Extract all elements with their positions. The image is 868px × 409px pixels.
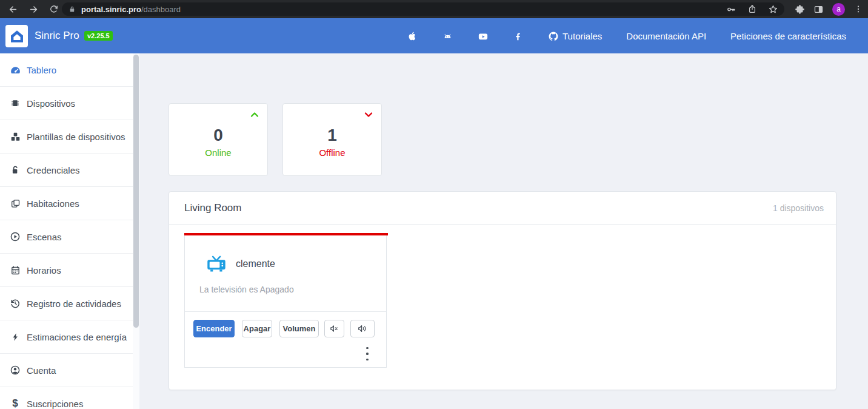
sidebar-item-dispositivos[interactable]: Dispositivos bbox=[0, 87, 133, 120]
browser-menu-icon[interactable] bbox=[853, 4, 863, 14]
room-panel-header: Living Room 1 dispositivos bbox=[169, 192, 836, 225]
device-controls: Encender Apagar Volumen bbox=[185, 311, 386, 367]
lock-open-icon bbox=[9, 164, 21, 176]
room-device-count: 1 dispositivos bbox=[773, 203, 824, 213]
nav-tutoriales[interactable]: Tutoriales bbox=[563, 31, 602, 41]
url-bar[interactable]: portal.sinric.pro/dashboard bbox=[62, 2, 784, 16]
reload-button[interactable] bbox=[46, 1, 62, 17]
clone-icon bbox=[9, 197, 21, 209]
chevron-up-icon bbox=[250, 111, 259, 118]
sidebar-item-label: Escenas bbox=[27, 232, 62, 242]
online-stat-card[interactable]: 0 Online bbox=[169, 103, 268, 176]
sidebar-item-registro[interactable]: Registro de actividades bbox=[0, 287, 133, 320]
sidebar-item-label: Registro de actividades bbox=[27, 299, 121, 309]
bolt-icon bbox=[9, 331, 21, 343]
volume-up-button[interactable] bbox=[350, 320, 375, 337]
sidebar-item-plantillas[interactable]: Plantillas de dispositivos bbox=[0, 120, 133, 154]
dollar-icon: $ bbox=[9, 397, 21, 409]
android-icon[interactable] bbox=[442, 31, 453, 41]
sidebar-item-energia[interactable]: Estimaciones de energía bbox=[0, 320, 133, 354]
chevron-down-icon bbox=[364, 111, 373, 118]
sidebar-item-horarios[interactable]: Horarios bbox=[0, 254, 133, 287]
version-badge: v2.25.5 bbox=[84, 31, 113, 41]
back-icon bbox=[8, 4, 18, 15]
offline-label: Offline bbox=[283, 147, 381, 158]
mute-button[interactable] bbox=[324, 320, 344, 337]
scrollbar-thumb[interactable] bbox=[133, 55, 139, 328]
forward-button[interactable] bbox=[25, 1, 41, 17]
online-count: 0 bbox=[169, 126, 267, 145]
sidebar-item-label: Habitaciones bbox=[27, 198, 79, 209]
tv-icon bbox=[207, 255, 226, 272]
page-scrollbar[interactable] bbox=[133, 53, 139, 409]
facebook-icon[interactable] bbox=[513, 31, 523, 41]
back-button[interactable] bbox=[5, 1, 21, 17]
turn-on-button[interactable]: Encender bbox=[193, 320, 235, 337]
cubes-icon bbox=[9, 130, 21, 143]
gauge-icon bbox=[9, 64, 21, 76]
volume-mute-icon bbox=[329, 324, 339, 333]
device-status-text: La televisión es Apagado bbox=[199, 285, 294, 294]
device-offline-bar bbox=[184, 233, 388, 235]
youtube-icon[interactable] bbox=[478, 31, 488, 41]
sidebar-item-label: Suscripciones bbox=[27, 399, 83, 409]
sidebar-item-cuenta[interactable]: Cuenta bbox=[0, 354, 133, 387]
dashboard-main: 0 Online 1 Offline Living Room 1 disposi… bbox=[139, 53, 868, 409]
header-social-icons bbox=[407, 18, 558, 53]
sidebar: Tablero Dispositivos Plantillas de dispo… bbox=[0, 53, 133, 409]
sidebar-item-label: Tablero bbox=[27, 65, 56, 75]
side-panel-icon[interactable] bbox=[813, 4, 824, 15]
password-key-icon[interactable] bbox=[726, 4, 736, 15]
bookmark-star-icon[interactable] bbox=[768, 4, 778, 15]
share-icon[interactable] bbox=[747, 4, 757, 14]
url-host: portal.sinric.pro bbox=[81, 5, 141, 14]
sidebar-item-credenciales[interactable]: Credenciales bbox=[0, 154, 133, 187]
apple-icon[interactable] bbox=[407, 31, 418, 41]
turn-off-button[interactable]: Apagar bbox=[242, 320, 272, 337]
forward-icon bbox=[28, 4, 39, 15]
app-header: Sinric Pro v2.25.5 Tutoriales Documentac… bbox=[0, 18, 868, 53]
volume-button[interactable]: Volumen bbox=[279, 320, 319, 337]
online-label: Online bbox=[169, 147, 267, 158]
user-circle-icon bbox=[9, 364, 21, 376]
sidebar-item-label: Horarios bbox=[27, 265, 61, 275]
room-title: Living Room bbox=[184, 202, 242, 214]
history-icon bbox=[9, 297, 21, 309]
offline-count: 1 bbox=[283, 126, 381, 145]
sidebar-item-label: Dispositivos bbox=[27, 98, 75, 109]
nav-peticiones[interactable]: Peticiones de características bbox=[730, 31, 846, 41]
sidebar-item-tablero[interactable]: Tablero bbox=[0, 53, 133, 87]
reload-icon bbox=[49, 4, 59, 14]
device-more-menu[interactable] bbox=[362, 347, 372, 360]
nav-documentacion-api[interactable]: Documentación API bbox=[626, 31, 706, 41]
sidebar-item-label: Estimaciones de energía bbox=[27, 332, 127, 342]
sidebar-item-suscripciones[interactable]: $ Suscripciones bbox=[0, 387, 133, 409]
device-name: clemente bbox=[236, 259, 275, 269]
sidebar-item-label: Plantillas de dispositivos bbox=[27, 132, 125, 142]
volume-up-icon bbox=[357, 324, 369, 333]
browser-toolbar: portal.sinric.pro/dashboard a bbox=[0, 0, 868, 18]
sidebar-item-label: Cuenta bbox=[27, 365, 56, 376]
room-panel: Living Room 1 dispositivos clemente La t… bbox=[169, 191, 836, 390]
calendar-icon bbox=[9, 264, 21, 276]
lock-icon bbox=[68, 5, 76, 14]
sidebar-item-label: Credenciales bbox=[27, 165, 80, 175]
sidebar-item-escenas[interactable]: Escenas bbox=[0, 220, 133, 254]
sinric-logo[interactable] bbox=[5, 25, 28, 47]
offline-stat-card[interactable]: 1 Offline bbox=[282, 103, 382, 176]
sidebar-item-habitaciones[interactable]: Habitaciones bbox=[0, 187, 133, 220]
microchip-icon bbox=[9, 97, 21, 109]
play-circle-icon bbox=[9, 231, 21, 243]
profile-avatar[interactable]: a bbox=[832, 3, 845, 16]
github-icon[interactable] bbox=[548, 31, 558, 41]
extensions-puzzle-icon[interactable] bbox=[795, 4, 805, 15]
brand-title: Sinric Pro bbox=[35, 30, 79, 42]
url-path: /dashboard bbox=[141, 5, 181, 14]
header-nav-links: Tutoriales Documentación API Peticiones … bbox=[563, 18, 846, 53]
device-card: clemente La televisión es Apagado Encend… bbox=[184, 233, 387, 368]
